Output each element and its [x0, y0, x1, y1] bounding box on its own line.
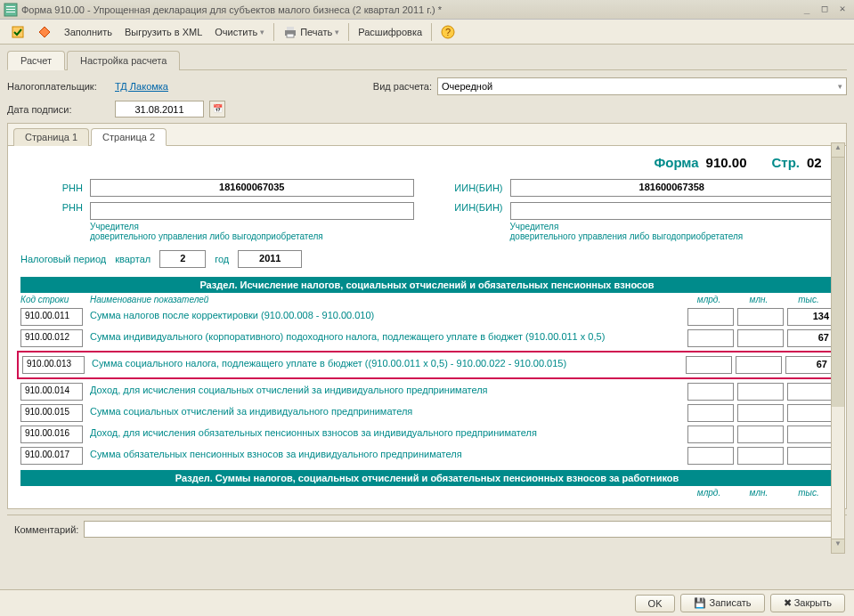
date-picker-button[interactable]: 📅 [209, 101, 225, 118]
iin-value[interactable]: 181600067358 [510, 179, 834, 197]
year-label: год [215, 254, 229, 264]
val-mln[interactable] [737, 426, 784, 443]
svg-rect-1 [6, 6, 15, 7]
row-code[interactable]: 910.00.013 [22, 356, 85, 374]
titlebar: Форма 910.00 - Упрощенная декларация для… [0, 0, 854, 20]
export-xml-button[interactable]: Выгрузить в XML [119, 24, 207, 40]
close-button[interactable]: ✕ [834, 3, 850, 17]
val-mlrd[interactable] [687, 426, 734, 443]
val-mlrd[interactable] [687, 329, 734, 347]
help-button[interactable]: ? [435, 22, 460, 42]
val-mlrd[interactable] [687, 308, 734, 326]
col-code: Код строки [20, 295, 90, 304]
col-tys2: тыс. [784, 488, 834, 498]
scroll-thumb[interactable] [832, 158, 844, 407]
sign-date-input[interactable] [115, 101, 204, 118]
val-mln[interactable] [737, 329, 784, 347]
val-mln[interactable] [736, 356, 782, 374]
row-code[interactable]: 910.00.014 [20, 383, 83, 401]
tab-settings[interactable]: Настройка расчета [67, 51, 180, 70]
svg-rect-6 [287, 27, 294, 30]
val-mln[interactable] [737, 404, 784, 422]
tab-calc[interactable]: Расчет [7, 51, 65, 70]
col-tys: тыс. [784, 295, 834, 304]
scroll-up-button[interactable]: ▲ [832, 143, 844, 158]
col-mln2: млн. [734, 488, 784, 498]
rnn-value[interactable]: 181600067035 [90, 179, 414, 197]
comment-label: Комментарий: [14, 524, 78, 535]
row-code[interactable]: 910.00.011 [20, 308, 83, 326]
rnn2-label: РНН [20, 202, 83, 213]
save-button[interactable]: 💾 Записать [680, 594, 764, 612]
page-label: Стр. [771, 155, 800, 170]
iin2-value[interactable] [510, 202, 834, 220]
separator [348, 23, 349, 41]
val-mln[interactable] [737, 447, 784, 465]
svg-text:?: ? [445, 27, 451, 37]
page-tabs: Страница 1 Страница 2 [8, 124, 846, 146]
tab-page1[interactable]: Страница 1 [13, 128, 89, 146]
scroll-down-button[interactable]: ▼ [832, 539, 844, 553]
help-icon: ? [441, 25, 455, 39]
row-name: Сумма налогов после корректировки (910.0… [90, 308, 680, 320]
tab-page2[interactable]: Страница 2 [91, 128, 167, 146]
maximize-button[interactable]: □ [817, 3, 833, 17]
calc-type-select[interactable]: Очередной [437, 77, 847, 95]
val-tys[interactable]: 134 [787, 308, 834, 326]
form-label: Форма [654, 155, 698, 170]
row-name: Доход, для исчисления социальных отчисле… [90, 383, 680, 395]
sign-date-label: Дата подписи: [7, 104, 110, 115]
row-name: Сумма индивидуального (корпоративного) п… [90, 329, 680, 342]
val-tys[interactable]: 67 [787, 329, 834, 347]
quarter-value[interactable]: 2 [159, 250, 206, 268]
table-row: 910.00.011Сумма налогов после корректиро… [20, 306, 834, 328]
separator [273, 23, 274, 41]
decode-button[interactable]: Расшифровка [353, 24, 427, 40]
row-name: Сумма социального налога, подлежащего уп… [92, 356, 679, 369]
row-name: Доход, для исчисления обязательных пенси… [90, 426, 680, 438]
window-title: Форма 910.00 - Упрощенная декларация для… [18, 4, 797, 15]
row-code[interactable]: 910.00.016 [20, 426, 83, 443]
val-mlrd[interactable] [687, 404, 734, 422]
row-code[interactable]: 910.00.017 [20, 447, 83, 465]
val-mln[interactable] [737, 308, 784, 326]
val-mln[interactable] [737, 383, 784, 401]
comment-input[interactable] [84, 521, 840, 538]
table-row: 910.00.015Сумма социальных отчислений за… [20, 402, 834, 424]
row-code[interactable]: 910.00.015 [20, 404, 83, 422]
clear-button[interactable]: Очистить [209, 24, 270, 40]
val-tys[interactable] [787, 404, 834, 422]
year-value[interactable]: 2011 [238, 250, 302, 268]
action2-button[interactable] [32, 22, 57, 42]
table-row: 910.00.013Сумма социального налога, подл… [17, 351, 837, 379]
rnn2-value[interactable] [90, 202, 414, 220]
print-button[interactable]: Печать [278, 22, 345, 42]
table-row: 910.00.017Сумма обязательных пенсионных … [20, 445, 834, 466]
val-mlrd[interactable] [686, 356, 732, 374]
action1-button[interactable] [5, 22, 30, 42]
fill-button[interactable]: Заполнить [59, 24, 118, 40]
period-label: Налоговый период [20, 254, 106, 264]
main-tabs: Расчет Настройка расчета [7, 50, 847, 70]
row-code[interactable]: 910.00.012 [20, 329, 83, 347]
table-row: 910.00.014Доход, для исчисления социальн… [20, 381, 834, 402]
val-tys[interactable] [787, 383, 834, 401]
val-mlrd[interactable] [687, 447, 734, 465]
section1-header: Раздел. Исчисление налогов, социальных о… [20, 277, 834, 293]
ok-button[interactable]: OK [635, 595, 676, 612]
val-tys[interactable] [787, 447, 834, 465]
val-tys[interactable] [787, 426, 834, 443]
svg-rect-3 [6, 12, 15, 12]
close-form-button[interactable]: ✖ Закрыть [770, 594, 845, 612]
iin2-sub: Учредителядоверительного управления либо… [510, 222, 834, 241]
rnn2-sub: Учредителядоверительного управления либо… [90, 222, 414, 241]
minimize-button[interactable]: _ [799, 3, 815, 17]
taxpayer-link[interactable]: ТД Лакомка [115, 81, 168, 92]
section2-header: Раздел. Суммы налогов, социальных отчисл… [20, 470, 834, 486]
col-mlrd2: млрд. [684, 488, 734, 498]
toolbar: Заполнить Выгрузить в XML Очистить Печат… [0, 20, 854, 45]
val-tys[interactable]: 67 [785, 356, 832, 374]
table-row: 910.00.016Доход, для исчисления обязател… [20, 424, 834, 445]
scrollbar[interactable]: ▲ ▼ [831, 142, 845, 554]
val-mlrd[interactable] [687, 383, 734, 401]
